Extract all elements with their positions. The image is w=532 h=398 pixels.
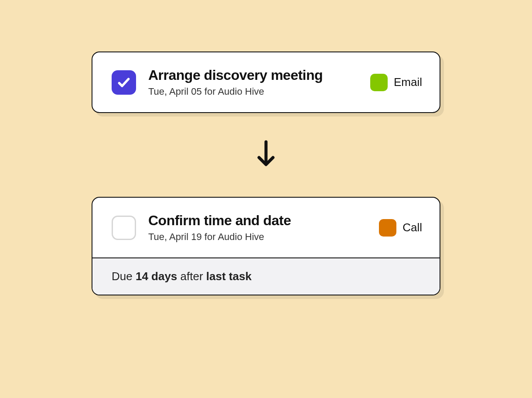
flow-arrow	[256, 140, 276, 168]
task-subtitle: Tue, April 05 for Audio Hive	[148, 86, 370, 97]
tag-swatch-call	[379, 219, 396, 237]
task-tag[interactable]: Email	[370, 74, 422, 91]
tag-label: Call	[402, 221, 422, 234]
task-card-body: Confirm time and date Tue, April 19 for …	[92, 198, 440, 257]
due-strip: Due 14 days after last task	[92, 257, 440, 295]
tag-swatch-email	[370, 74, 388, 91]
due-text-prefix: Due	[112, 270, 136, 283]
task-text: Confirm time and date Tue, April 19 for …	[148, 213, 379, 243]
task-checkbox-checked[interactable]	[112, 70, 136, 95]
task-title: Arrange discovery meeting	[148, 67, 370, 83]
tag-label: Email	[394, 75, 422, 89]
arrow-down-icon	[256, 140, 276, 168]
task-subtitle: Tue, April 19 for Audio Hive	[148, 231, 379, 243]
task-card[interactable]: Confirm time and date Tue, April 19 for …	[92, 197, 440, 295]
task-text: Arrange discovery meeting Tue, April 05 …	[148, 67, 370, 97]
task-card-body: Arrange discovery meeting Tue, April 05 …	[92, 52, 440, 112]
due-text-mid: after	[177, 270, 206, 283]
task-title: Confirm time and date	[148, 213, 379, 229]
due-text-suffix: last task	[206, 270, 252, 283]
task-checkbox-unchecked[interactable]	[112, 216, 136, 240]
check-icon	[117, 75, 131, 89]
task-tag[interactable]: Call	[379, 219, 422, 237]
due-text-duration: 14 days	[136, 270, 177, 283]
task-card[interactable]: Arrange discovery meeting Tue, April 05 …	[92, 51, 440, 113]
